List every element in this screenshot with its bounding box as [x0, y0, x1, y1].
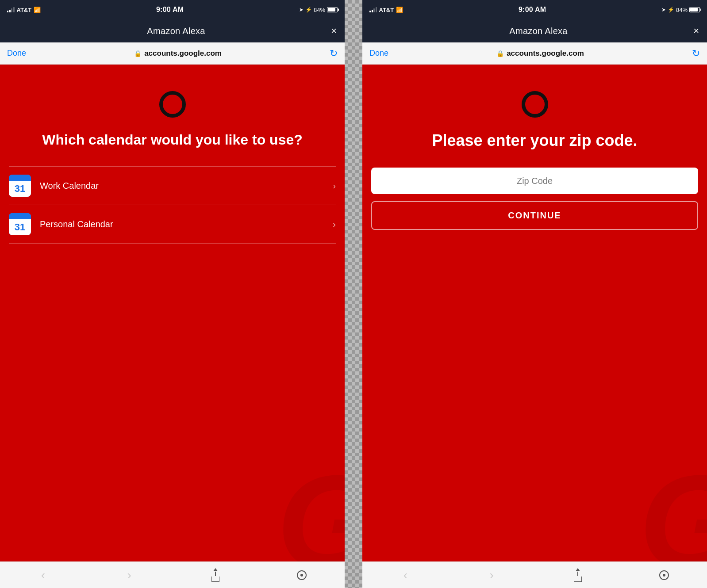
compass-button-right[interactable]	[654, 565, 674, 585]
work-calendar-icon: 31	[9, 175, 31, 197]
share-line	[215, 572, 216, 576]
carrier-name-right: AT&T	[379, 7, 394, 13]
zip-input-wrap	[371, 168, 698, 194]
signal-icon	[7, 7, 15, 12]
share-arrow	[213, 568, 218, 571]
battery-percent-right: 84%	[676, 7, 688, 13]
alexa-logo-left	[159, 91, 186, 118]
done-button-left[interactable]: Done	[7, 49, 26, 58]
lock-icon-right: 🔒	[496, 50, 504, 57]
reload-button-left[interactable]: ↻	[330, 48, 338, 59]
continue-button[interactable]: CONTINUE	[371, 201, 698, 230]
done-button-right[interactable]: Done	[369, 49, 388, 58]
battery-icon	[327, 7, 338, 12]
wifi-icon-right: 📶	[396, 7, 403, 13]
personal-calendar-icon: 31	[9, 213, 31, 235]
cal-number-personal: 31	[9, 219, 31, 235]
share-icon-right	[574, 568, 582, 582]
cal-header-work	[9, 175, 31, 181]
work-calendar-item[interactable]: 31 Work Calendar ›	[0, 167, 345, 205]
location-icon-right: ➤	[661, 7, 666, 13]
status-right: ➤ ⚡ 84%	[299, 7, 338, 13]
reload-button-right[interactable]: ↻	[692, 48, 700, 59]
panel-divider	[345, 0, 362, 588]
carrier-left: AT&T 📶	[7, 7, 41, 13]
wifi-icon: 📶	[34, 7, 41, 13]
share-button-left[interactable]	[206, 565, 225, 585]
carrier-right: AT&T 📶	[369, 7, 403, 13]
status-bar-right: AT&T 📶 9:00 AM ➤ ⚡ 84%	[362, 0, 707, 19]
close-button-left[interactable]: ×	[331, 26, 337, 36]
compass-inner-right	[663, 574, 665, 577]
bottom-bar-right	[362, 561, 707, 588]
share-box	[211, 577, 219, 582]
url-text-left: accounts.google.com	[144, 49, 222, 58]
nav-bar-right: Amazon Alexa ×	[362, 19, 707, 42]
bluetooth-icon: ⚡	[305, 7, 312, 13]
bottom-bar-left	[0, 561, 345, 588]
url-area-right: 🔒 accounts.google.com	[393, 49, 688, 58]
zip-heading: Please enter your zip code.	[419, 131, 650, 150]
compass-inner-left	[300, 574, 303, 577]
panel-zip-code: AT&T 📶 9:00 AM ➤ ⚡ 84% Amazon Alexa × Do…	[362, 0, 707, 588]
calendar-heading: Which calendar would you like to use?	[29, 131, 316, 149]
cal-number-work: 31	[9, 181, 31, 197]
share-box-right	[574, 577, 582, 582]
alexa-logo-right	[522, 91, 548, 118]
compass-icon-right	[659, 570, 669, 580]
divider-bottom	[9, 243, 336, 244]
share-icon-left	[211, 568, 219, 582]
status-time-right: 9:00 AM	[519, 6, 546, 14]
forward-button-right[interactable]	[482, 565, 501, 585]
personal-calendar-item[interactable]: 31 Personal Calendar ›	[0, 205, 345, 243]
compass-icon-left	[297, 570, 307, 580]
app-title-right: Amazon Alexa	[509, 26, 567, 36]
battery-icon-right	[689, 7, 700, 12]
bg-watermark-right: G	[639, 455, 707, 561]
close-button-right[interactable]: ×	[693, 26, 699, 36]
status-time: 9:00 AM	[156, 6, 184, 14]
bluetooth-icon-right: ⚡	[668, 7, 674, 13]
battery-fill-right	[690, 8, 698, 11]
panel-calendar-select: AT&T 📶 9:00 AM ➤ ⚡ 84% Amazon Alexa × Do…	[0, 0, 345, 588]
lock-icon-left: 🔒	[134, 50, 142, 57]
location-icon: ➤	[299, 7, 304, 13]
share-arrow-right	[576, 568, 580, 571]
signal-icon-right	[369, 7, 377, 12]
nav-bar-left: Amazon Alexa ×	[0, 19, 345, 42]
status-bar-left: AT&T 📶 9:00 AM ➤ ⚡ 84%	[0, 0, 345, 19]
chevron-right-work: ›	[333, 181, 336, 191]
main-content-left: G Which calendar would you like to use? …	[0, 65, 345, 561]
battery-percent: 84%	[314, 7, 325, 13]
bg-watermark-left: G	[277, 455, 345, 561]
app-title-left: Amazon Alexa	[147, 26, 205, 36]
calendar-list: 31 Work Calendar › 31 Personal Calendar …	[0, 166, 345, 244]
cal-header-personal	[9, 213, 31, 219]
battery-fill	[328, 8, 335, 11]
status-right-right: ➤ ⚡ 84%	[661, 7, 700, 13]
main-content-right: G Please enter your zip code. CONTINUE	[362, 65, 707, 561]
back-button-right[interactable]	[396, 565, 415, 585]
address-bar-left: Done 🔒 accounts.google.com ↻	[0, 42, 345, 65]
personal-calendar-label: Personal Calendar	[40, 219, 333, 229]
zip-code-input[interactable]	[371, 168, 698, 194]
chevron-right-personal: ›	[333, 219, 336, 229]
work-calendar-label: Work Calendar	[40, 181, 333, 191]
url-text-right: accounts.google.com	[507, 49, 584, 58]
forward-button-left[interactable]	[119, 565, 139, 585]
carrier-name: AT&T	[17, 7, 32, 13]
compass-button-left[interactable]	[292, 565, 311, 585]
back-button-left[interactable]	[33, 565, 53, 585]
share-button-right[interactable]	[568, 565, 588, 585]
address-bar-right: Done 🔒 accounts.google.com ↻	[362, 42, 707, 65]
url-area-left: 🔒 accounts.google.com	[31, 49, 325, 58]
share-line-right	[577, 572, 578, 576]
